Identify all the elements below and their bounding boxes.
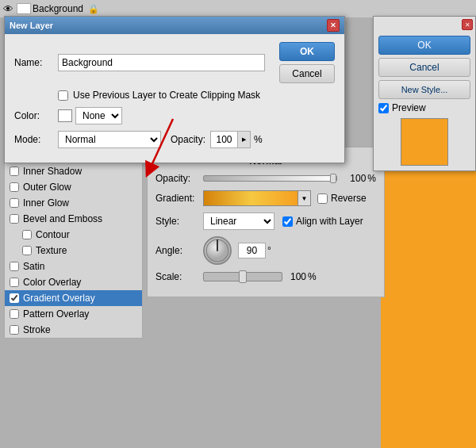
go-angle-row: Angle: °: [155, 236, 376, 265]
scale-slider[interactable]: [203, 272, 282, 281]
angle-input[interactable]: [238, 243, 266, 258]
opacity-arrow[interactable]: ▶: [238, 131, 251, 148]
name-input[interactable]: [58, 54, 265, 71]
color-select[interactable]: None: [75, 107, 122, 124]
ok-button[interactable]: OK: [279, 42, 335, 61]
inner-glow-checkbox[interactable]: [10, 198, 19, 208]
align-layer-label: Align with Layer: [282, 216, 363, 227]
stroke-checkbox[interactable]: [10, 325, 19, 335]
ls-satin[interactable]: Satin: [5, 258, 142, 274]
outer-glow-checkbox[interactable]: [10, 182, 19, 192]
go-gradient-swatch[interactable]: [203, 190, 298, 206]
ls-contour[interactable]: Contour: [5, 227, 142, 243]
right-buttons: OK Cancel: [265, 42, 335, 83]
layer-styles-panel: Drop Shadow Inner Shadow Outer Glow Inne…: [4, 147, 143, 339]
mode-row: Mode: Normal Dissolve Multiply Screen Op…: [14, 131, 335, 148]
scale-percent: %: [308, 271, 317, 282]
dialog-title: New Layer: [10, 21, 53, 30]
go-style-label: Style:: [155, 216, 203, 227]
clipping-mask-row: Use Previous Layer to Create Clipping Ma…: [14, 90, 335, 101]
go-style-row: Style: Linear Radial Angle Reflected Dia…: [155, 213, 376, 230]
satin-checkbox[interactable]: [10, 262, 19, 271]
gradient-dropdown-arrow[interactable]: ▼: [298, 190, 311, 206]
percent-label: %: [254, 134, 263, 145]
opacity-input[interactable]: [210, 131, 238, 148]
dialog-titlebar: New Layer ✕: [5, 17, 344, 34]
go-scale-label: Scale:: [155, 271, 203, 282]
scale-slider-thumb[interactable]: [239, 270, 247, 283]
gradient-overlay-panel: Normal Opacity: 100 % Gradient: ▼ Revers…: [147, 147, 385, 297]
texture-checkbox[interactable]: [22, 246, 32, 255]
go-opacity-label: Opacity:: [155, 173, 203, 184]
ls-gradient-overlay[interactable]: Gradient Overlay: [5, 290, 142, 306]
mode-select[interactable]: Normal Dissolve Multiply Screen: [58, 131, 161, 148]
go-gradient-row: Gradient: ▼ Reverse: [155, 190, 376, 206]
eye-icon: 👁: [3, 3, 13, 15]
opacity-slider-thumb[interactable]: [330, 174, 336, 183]
rp-cancel-button[interactable]: Cancel: [378, 58, 470, 77]
right-panel-close-button[interactable]: ✕: [462, 19, 473, 30]
contour-checkbox[interactable]: [22, 230, 32, 239]
reverse-checkbox[interactable]: [317, 193, 328, 204]
degree-symbol: °: [267, 245, 271, 256]
clipping-mask-label: Use Previous Layer to Create Clipping Ma…: [73, 90, 260, 101]
pattern-overlay-checkbox[interactable]: [10, 309, 19, 319]
ls-stroke[interactable]: Stroke: [5, 322, 142, 338]
preview-label-row: Preview: [378, 102, 470, 113]
scale-value: 100: [290, 271, 306, 282]
opacity-row: Opacity: ▶ %: [171, 131, 263, 148]
rp-new-style-button[interactable]: New Style...: [378, 80, 470, 99]
right-panel-spacer: [378, 21, 470, 36]
preview-checkbox[interactable]: [378, 103, 389, 113]
ls-texture[interactable]: Texture: [5, 243, 142, 258]
ls-bevel-emboss[interactable]: Bevel and Emboss: [5, 211, 142, 227]
ls-color-overlay[interactable]: Color Overlay: [5, 274, 142, 290]
ls-pattern-overlay[interactable]: Pattern Overlay: [5, 306, 142, 322]
color-swatch: [58, 109, 72, 122]
go-opacity-slider[interactable]: [203, 175, 337, 182]
color-row: Color: None: [14, 107, 335, 124]
go-opacity-value: 100: [342, 173, 366, 184]
preview-swatch: [401, 118, 448, 166]
opacity-label: Opacity:: [171, 134, 205, 145]
top-bar: 👁 Background 🔒: [0, 0, 476, 17]
reverse-label: Reverse: [317, 193, 367, 204]
rp-ok-button[interactable]: OK: [378, 36, 470, 55]
go-opacity-row: Opacity: 100 %: [155, 173, 376, 184]
go-opacity-percent: %: [367, 173, 376, 184]
right-panel: ✕ OK Cancel New Style... Preview: [373, 16, 476, 171]
new-layer-dialog: New Layer ✕ Name: OK Cancel Use Previous…: [4, 16, 345, 163]
mode-label: Mode:: [14, 134, 58, 145]
bevel-emboss-checkbox[interactable]: [10, 214, 19, 224]
dialog-close-button[interactable]: ✕: [327, 19, 340, 32]
color-label: Color:: [14, 110, 58, 121]
angle-knob-svg: [205, 238, 230, 263]
go-gradient-label: Gradient:: [155, 193, 203, 204]
ls-inner-glow[interactable]: Inner Glow: [5, 195, 142, 211]
dialog-body: Name: OK Cancel Use Previous Layer to Cr…: [5, 34, 344, 163]
color-overlay-checkbox[interactable]: [10, 278, 19, 287]
name-row: Name: OK Cancel: [14, 42, 335, 83]
gradient-overlay-checkbox[interactable]: [10, 293, 19, 303]
layer-tab-label: Background: [33, 3, 83, 14]
go-scale-row: Scale: 100 %: [155, 271, 376, 282]
ls-outer-glow[interactable]: Outer Glow: [5, 179, 142, 195]
layer-thumbnail: [17, 3, 31, 14]
angle-knob[interactable]: [203, 236, 232, 265]
ls-inner-shadow[interactable]: Inner Shadow: [5, 163, 142, 179]
cancel-button[interactable]: Cancel: [279, 64, 335, 83]
align-layer-checkbox[interactable]: [282, 216, 293, 227]
lock-icon: 🔒: [88, 4, 99, 14]
clipping-mask-checkbox[interactable]: [58, 90, 68, 101]
go-angle-label: Angle:: [155, 245, 203, 256]
go-style-select[interactable]: Linear Radial Angle Reflected Diamond: [203, 213, 274, 230]
name-label: Name:: [14, 57, 58, 68]
inner-shadow-checkbox[interactable]: [10, 167, 19, 176]
